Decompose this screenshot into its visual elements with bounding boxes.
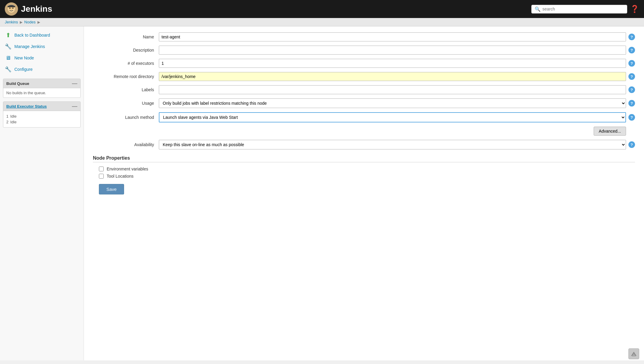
control-launch-method: Launch slave agents via Java Web Start L… [159, 112, 635, 122]
sidebar-item-label-new-node: New Node [14, 56, 34, 60]
help-name[interactable]: ? [628, 34, 635, 40]
wrench-icon-manage: 🔧 [5, 43, 11, 50]
label-description: Description [93, 48, 159, 53]
sidebar-item-new-node[interactable]: 🖥 New Node [0, 52, 84, 64]
control-description: ? [159, 46, 635, 55]
scroll-icon [631, 350, 637, 357]
field-description: Description ? [93, 46, 635, 55]
label-usage: Usage [93, 101, 159, 106]
input-executors[interactable] [159, 59, 626, 68]
sidebar-item-back-to-dashboard[interactable]: ⬆ Back to Dashboard [0, 29, 84, 41]
control-labels: ? [159, 85, 635, 94]
field-launch-method: Launch method Launch slave agents via Ja… [93, 112, 635, 122]
sidebar-item-label-manage: Manage Jenkins [14, 44, 45, 49]
advanced-button[interactable]: Advanced... [594, 127, 626, 136]
search-input[interactable] [542, 7, 624, 11]
header: Jenkins 🔍 ❓ [0, 0, 644, 18]
build-queue-collapse[interactable]: — [72, 81, 77, 86]
build-queue-empty: No builds in the queue. [6, 91, 46, 95]
save-button[interactable]: Save [99, 184, 124, 194]
executor-2-status: Idle [10, 120, 16, 124]
wrench-icon-configure: 🔧 [5, 66, 11, 73]
up-arrow-icon: ⬆ [5, 32, 11, 38]
build-queue-body: No builds in the queue. [3, 88, 80, 98]
label-executors: # of executors [93, 61, 159, 66]
label-labels: Labels [93, 87, 159, 92]
help-executors[interactable]: ? [628, 60, 635, 67]
help-labels[interactable]: ? [628, 86, 635, 93]
header-title: Jenkins [21, 4, 52, 14]
svg-point-4 [12, 8, 13, 9]
breadcrumb-sep-2: ▶ [37, 20, 40, 24]
help-description[interactable]: ? [628, 47, 635, 53]
sidebar: ⬆ Back to Dashboard 🔧 Manage Jenkins 🖥 N… [0, 26, 84, 360]
help-availability[interactable]: ? [628, 141, 635, 148]
search-box[interactable]: 🔍 [531, 5, 627, 14]
jenkins-logo [5, 2, 18, 16]
sidebar-item-configure[interactable]: 🔧 Configure [0, 64, 84, 75]
help-launch-method[interactable]: ? [628, 114, 635, 121]
executor-1-num: 1 [6, 114, 8, 119]
executor-2: 2 Idle [6, 119, 77, 125]
help-remote-root[interactable]: ? [628, 73, 635, 80]
breadcrumb-sep-1: ▶ [20, 20, 22, 24]
monitor-icon: 🖥 [5, 55, 11, 61]
header-right: 🔍 ❓ [531, 5, 639, 14]
checkbox-env-vars-input[interactable] [99, 167, 104, 171]
control-name: ? [159, 32, 635, 41]
sidebar-item-label: Back to Dashboard [14, 33, 50, 38]
label-remote-root: Remote root directory [93, 74, 159, 79]
build-executor-collapse[interactable]: — [72, 104, 77, 109]
sidebar-item-label-configure: Configure [14, 67, 33, 72]
search-icon: 🔍 [535, 6, 541, 12]
control-usage: Only build jobs with label restrictions … [159, 98, 635, 108]
build-queue-title: Build Queue [6, 81, 29, 86]
build-executor-body: 1 Idle 2 Idle [3, 111, 80, 127]
input-description[interactable] [159, 46, 626, 55]
label-availability: Availability [93, 142, 159, 147]
input-labels[interactable] [159, 85, 626, 94]
checkbox-tool-locations-input[interactable] [99, 174, 104, 179]
checkbox-tool-locations: Tool Locations [99, 174, 635, 179]
breadcrumb-nodes[interactable]: Nodes [24, 20, 36, 24]
svg-point-3 [9, 8, 10, 9]
build-executor-title-link[interactable]: Build Executor Status [6, 104, 47, 109]
checkbox-env-vars-label: Environment variables [107, 167, 148, 171]
bottom-right-icon[interactable] [628, 348, 639, 359]
select-availability[interactable]: Keep this slave on-line as much as possi… [159, 140, 626, 149]
field-remote-root: Remote root directory ? [93, 72, 635, 81]
build-executor-header: Build Executor Status — [3, 102, 80, 111]
breadcrumb-jenkins[interactable]: Jenkins [5, 20, 18, 24]
executor-1-status: Idle [10, 114, 16, 119]
svg-rect-5 [7, 6, 15, 7]
help-usage[interactable]: ? [628, 100, 635, 107]
field-executors: # of executors ? [93, 59, 635, 68]
header-left: Jenkins [5, 2, 52, 16]
build-executor-panel: Build Executor Status — 1 Idle 2 Idle [3, 101, 81, 128]
label-launch-method: Launch method [93, 115, 159, 120]
control-executors: ? [159, 59, 635, 68]
field-name: Name ? [93, 32, 635, 41]
node-properties-title: Node Properties [93, 155, 635, 162]
field-usage: Usage Only build jobs with label restric… [93, 98, 635, 108]
checkbox-env-vars: Environment variables [99, 167, 635, 171]
sidebar-item-manage-jenkins[interactable]: 🔧 Manage Jenkins [0, 41, 84, 52]
breadcrumb: Jenkins ▶ Nodes ▶ [0, 18, 644, 26]
field-labels: Labels ? [93, 85, 635, 94]
executor-2-num: 2 [6, 120, 8, 124]
help-icon[interactable]: ❓ [630, 5, 639, 13]
main-content: Name ? Description ? # of executors ? Re… [84, 26, 644, 360]
control-remote-root: ? [159, 72, 635, 81]
layout: ⬆ Back to Dashboard 🔧 Manage Jenkins 🖥 N… [0, 26, 644, 360]
select-launch-method[interactable]: Launch slave agents via Java Web Start L… [159, 112, 626, 122]
input-name[interactable] [159, 32, 626, 41]
select-usage[interactable]: Only build jobs with label restrictions … [159, 98, 626, 108]
input-remote-root[interactable] [159, 72, 626, 81]
executor-1: 1 Idle [6, 113, 77, 119]
build-queue-header: Build Queue — [3, 79, 80, 88]
advanced-row: Advanced... [93, 127, 626, 136]
label-name: Name [93, 35, 159, 39]
checkbox-tool-locations-label: Tool Locations [107, 174, 134, 179]
build-queue-panel: Build Queue — No builds in the queue. [3, 79, 81, 98]
field-availability: Availability Keep this slave on-line as … [93, 140, 635, 149]
